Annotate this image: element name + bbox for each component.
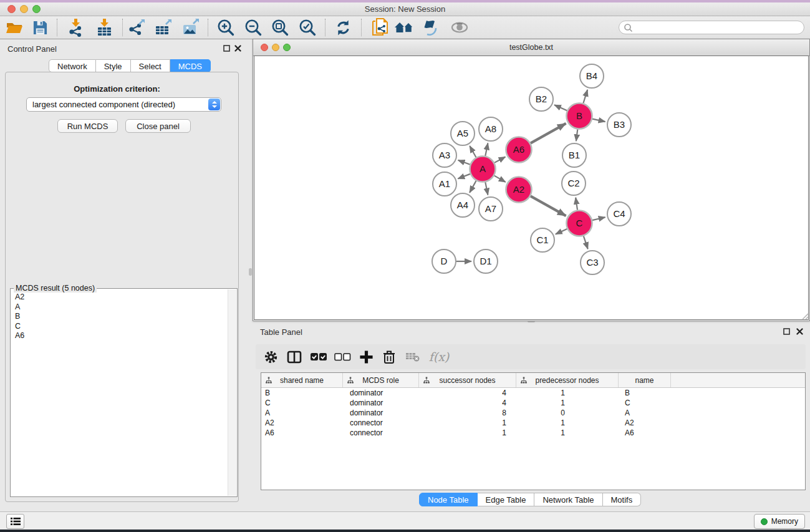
mcds-result-item[interactable]: A2: [11, 293, 228, 302]
graph-edge-A-A5[interactable]: [470, 146, 476, 157]
tab-network[interactable]: Network: [49, 59, 96, 72]
tab-style[interactable]: Style: [96, 59, 131, 72]
graph-edge-A-A4[interactable]: [470, 181, 476, 193]
table-cell[interactable]: 1: [419, 428, 516, 438]
column-header-MCDS-role[interactable]: MCDS role: [343, 373, 419, 387]
table-row[interactable]: Cdominator41C: [261, 398, 805, 408]
table-cell[interactable]: A6: [619, 428, 671, 438]
table-cell[interactable]: 1: [516, 398, 619, 408]
table-row[interactable]: A2connector11A2: [261, 418, 805, 428]
node-table[interactable]: shared nameMCDS rolesuccessor nodesprede…: [261, 372, 806, 490]
table-cell[interactable]: dominator: [343, 388, 419, 398]
table-cell[interactable]: A: [261, 408, 343, 418]
graph-edge-B-B4[interactable]: [583, 90, 587, 104]
graph-edge-A6-B[interactable]: [531, 123, 566, 143]
table-settings-button[interactable]: [259, 344, 282, 369]
table-row[interactable]: A6connector11A6: [261, 428, 805, 438]
graph-edge-C-C2[interactable]: [576, 198, 577, 210]
table-cell[interactable]: B: [261, 388, 343, 398]
tab-edge-table[interactable]: Edge Table: [478, 493, 535, 506]
graph-edge-A-A1[interactable]: [458, 174, 470, 179]
zoom-fit-button[interactable]: [268, 16, 292, 39]
graph-edge-B-B2[interactable]: [554, 105, 567, 110]
graph-edge-C-C1[interactable]: [556, 229, 567, 234]
delete-table-button[interactable]: [401, 344, 423, 369]
apply-layout-button[interactable]: [331, 16, 355, 39]
graph-edge-A-A3[interactable]: [458, 160, 470, 165]
run-mcds-button[interactable]: Run MCDS: [57, 119, 118, 133]
select-all-rows-button[interactable]: [307, 344, 330, 369]
graph-edge-A-A2[interactable]: [494, 176, 506, 182]
network-from-file-button[interactable]: [368, 16, 392, 39]
graph-edge-B-B3[interactable]: [592, 119, 605, 122]
export-table-button[interactable]: [152, 16, 175, 39]
column-header-shared-name[interactable]: shared name: [261, 373, 343, 387]
tab-mcds[interactable]: MCDS: [170, 59, 211, 72]
function-builder-button[interactable]: f(x): [425, 344, 453, 369]
mcds-result-item[interactable]: A6: [11, 331, 228, 341]
criterion-dropdown[interactable]: largest connected component (directed): [26, 97, 221, 112]
mcds-result-list[interactable]: A2ABCA6: [11, 293, 228, 496]
graph-edge-A-A7[interactable]: [485, 182, 488, 195]
search-field[interactable]: [619, 21, 804, 34]
table-cell[interactable]: C: [261, 398, 343, 408]
table-cell[interactable]: 4: [419, 398, 516, 408]
search-input[interactable]: [633, 21, 804, 34]
mcds-result-item[interactable]: B: [11, 312, 228, 322]
import-network-button[interactable]: [64, 16, 87, 39]
zoom-out-button[interactable]: [241, 16, 265, 39]
tab-node-table[interactable]: Node Table: [419, 493, 478, 506]
panel-divider-handle[interactable]: [249, 268, 252, 276]
table-cell[interactable]: 0: [516, 408, 619, 418]
float-panel-button[interactable]: [223, 44, 231, 52]
resize-corner-icon[interactable]: [800, 311, 809, 320]
network-canvas[interactable]: B4B2BB3A8A5A6A3B1AC2A1A2A4A7C4CC1DD1C3: [254, 56, 809, 320]
table-cell[interactable]: 8: [419, 408, 516, 418]
float-table-panel-button[interactable]: [783, 327, 791, 336]
table-cell[interactable]: dominator: [343, 408, 419, 418]
table-cell[interactable]: 1: [419, 418, 516, 428]
column-header-successor-nodes[interactable]: successor nodes: [419, 373, 516, 387]
column-header-predecessor-nodes[interactable]: predecessor nodes: [516, 373, 619, 387]
graph-edge-C-C3[interactable]: [584, 236, 588, 249]
close-table-panel-button[interactable]: [796, 327, 804, 336]
graph-edge-A-A8[interactable]: [485, 143, 488, 156]
network-graph[interactable]: B4B2BB3A8A5A6A3B1AC2A1A2A4A7C4CC1DD1C3: [254, 56, 809, 321]
deselect-all-rows-button[interactable]: [331, 344, 354, 369]
zoom-in-button[interactable]: [214, 16, 238, 39]
tab-network-table[interactable]: Network Table: [534, 493, 602, 506]
export-network-button[interactable]: [125, 16, 149, 39]
table-cell[interactable]: A2: [619, 418, 671, 428]
mcds-result-scrollbar[interactable]: [228, 289, 236, 496]
import-table-button[interactable]: [92, 16, 116, 39]
show-graphics-details-button[interactable]: [448, 16, 471, 39]
show-columns-button[interactable]: [283, 344, 306, 369]
memory-button[interactable]: Memory: [754, 514, 805, 529]
graph-edge-A2-C[interactable]: [531, 196, 566, 216]
close-panel-button[interactable]: [234, 44, 242, 52]
table-cell[interactable]: connector: [343, 428, 419, 438]
home-button[interactable]: [392, 16, 416, 39]
table-cell[interactable]: A: [619, 408, 671, 418]
table-row[interactable]: Bdominator41B: [261, 388, 805, 398]
tab-motifs[interactable]: Motifs: [603, 493, 642, 506]
save-session-button[interactable]: [28, 16, 52, 39]
add-row-button[interactable]: [355, 344, 377, 369]
table-cell[interactable]: 4: [419, 388, 516, 398]
column-header-name[interactable]: name: [619, 373, 671, 387]
graph-edge-A-A6[interactable]: [494, 157, 505, 163]
table-row[interactable]: Adominator80A: [261, 408, 805, 418]
mcds-result-item[interactable]: C: [11, 322, 228, 332]
table-cell[interactable]: 1: [516, 418, 619, 428]
open-session-button[interactable]: [2, 16, 26, 39]
task-history-button[interactable]: [6, 514, 24, 529]
table-cell[interactable]: connector: [343, 418, 419, 428]
export-image-button[interactable]: [179, 16, 203, 39]
mcds-result-item[interactable]: A: [11, 302, 228, 312]
table-cell[interactable]: 1: [516, 428, 619, 438]
table-cell[interactable]: B: [619, 388, 671, 398]
close-panel-action-button[interactable]: Close panel: [125, 119, 191, 133]
table-cell[interactable]: C: [619, 398, 671, 408]
graph-edge-C-C4[interactable]: [592, 217, 605, 220]
tab-select[interactable]: Select: [131, 59, 170, 72]
